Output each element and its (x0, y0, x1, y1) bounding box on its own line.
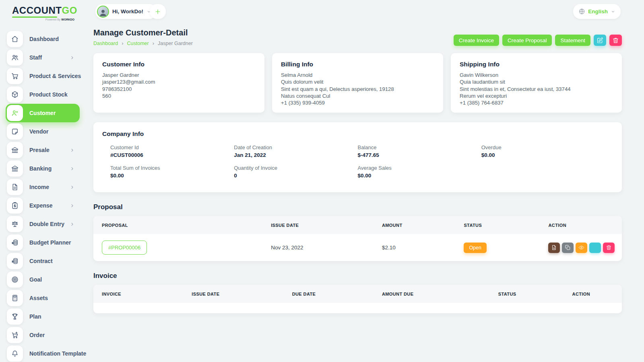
sidebar-item-budget-planner[interactable]: Budget Planner (6, 233, 80, 252)
billing-info-card: Billing Info Selma ArnoldQuis dolorum ve… (272, 53, 443, 113)
sidebar-item-banking[interactable]: Banking (6, 159, 80, 178)
column-header: AMOUNT (374, 216, 456, 234)
field-value: 0 (234, 173, 357, 179)
info-line: Sint est quam a qui, Delectus asperiores… (281, 86, 434, 93)
bank-icon (7, 142, 23, 158)
chevron-right-icon (70, 185, 75, 190)
field-label: Quantity of Invoice (234, 165, 357, 171)
invoice-section-title: Invoice (93, 272, 622, 280)
company-field: Date of CreationJan 21, 2022 (234, 144, 357, 158)
edit-proposal-button[interactable] (589, 243, 601, 253)
info-line: Gavin Wilkerson (460, 72, 613, 78)
sidebar-item-label: Plan (29, 313, 41, 320)
edit-customer-button[interactable] (594, 35, 606, 46)
company-info-card: Company Info Customer Id#CUST00006Total … (93, 122, 622, 192)
plus-icon (154, 8, 161, 15)
create-proposal-button[interactable]: Create Proposal (502, 35, 552, 46)
chevron-right-icon (70, 55, 75, 60)
create-invoice-button[interactable]: Create Invoice (454, 35, 499, 46)
breadcrumb-customer[interactable]: Customer (127, 41, 149, 46)
copy-proposal-button[interactable] (562, 243, 574, 253)
page-title: Manage Customer-Detail (93, 28, 193, 37)
info-line: Jasper Gardner (102, 72, 256, 78)
sidebar-item-goal[interactable]: Goal (6, 270, 80, 289)
field-value: $-477.65 (358, 152, 481, 158)
field-label: Balance (358, 144, 481, 150)
column-header: STATUS (490, 285, 564, 303)
company-field: Overdue$0.00 (481, 144, 605, 158)
sidebar-item-income[interactable]: Income (6, 178, 80, 196)
file-icon (551, 245, 557, 251)
company-field: Average Sales$0.00 (358, 165, 481, 179)
trophy-icon (7, 309, 23, 325)
language-selector[interactable]: English (573, 4, 621, 19)
view-proposal-button[interactable] (576, 243, 587, 253)
company-info-grid: Customer Id#CUST00006Total Sum of Invoic… (110, 144, 605, 179)
file-text-icon (7, 179, 23, 195)
card-title: Shipping Info (460, 61, 613, 68)
copy-icon (565, 245, 571, 251)
home-icon (7, 31, 23, 47)
avatar (97, 6, 109, 18)
proposal-row: #PROP00006Nov 23, 2022$2.10Open (93, 234, 622, 261)
sidebar-item-dashboard[interactable]: Dashboard (6, 30, 80, 48)
user-menu[interactable]: Hi, WorkDo! (95, 4, 157, 19)
company-field: Quantity of Invoice0 (234, 165, 357, 179)
users-icon (7, 49, 23, 66)
scales-icon (7, 216, 23, 232)
sidebar: ACCOUNTGO Powered By WORKDO Dashboard St… (0, 0, 85, 362)
column-header: ISSUE DATE (183, 285, 283, 303)
brand-logo[interactable]: ACCOUNTGO Powered By WORKDO (0, 0, 85, 21)
sidebar-item-label: Goal (29, 276, 42, 283)
company-field: Total Sum of Invoices$0.00 (110, 165, 234, 179)
field-label: Average Sales (358, 165, 481, 171)
sidebar-item-product-services[interactable]: Product & Services (6, 67, 80, 85)
eye-icon (578, 245, 584, 251)
sidebar-item-contract[interactable]: Contract (6, 252, 80, 270)
row-actions (548, 243, 622, 253)
sidebar-item-label: Assets (29, 295, 48, 301)
sidebar-item-expense[interactable]: Expense (6, 196, 80, 215)
cart-icon (7, 68, 23, 84)
invoice-table-card: INVOICEISSUE DATEDUE DATEAMOUNT DUESTATU… (93, 285, 622, 313)
field-label: Customer Id (110, 144, 234, 150)
info-line: +1 (335) 939-4059 (281, 99, 434, 106)
column-header: PROPOSAL (93, 216, 262, 234)
sidebar-item-vendor[interactable]: Vendor (6, 122, 80, 141)
sidebar-item-label: Customer (29, 110, 56, 116)
proposal-id-link[interactable]: #PROP00006 (102, 241, 147, 255)
sidebar-item-product-stock[interactable]: Product Stock (6, 85, 80, 104)
breadcrumb: Dashboard › Customer › Jasper Gardner (93, 40, 193, 46)
field-value: $0.00 (481, 152, 605, 158)
sidebar-item-plan[interactable]: Plan (6, 307, 80, 326)
proposal-table-card: PROPOSALISSUE DATEAMOUNTSTATUSACTION #PR… (93, 216, 622, 261)
statement-button[interactable]: Statement (555, 35, 590, 46)
delete-proposal-button[interactable] (603, 243, 615, 253)
proposal-table: PROPOSALISSUE DATEAMOUNTSTATUSACTION #PR… (93, 216, 622, 261)
column-header: ISSUE DATE (262, 216, 374, 234)
add-button[interactable] (150, 4, 166, 19)
invoice-table: INVOICEISSUE DATEDUE DATEAMOUNT DUESTATU… (93, 285, 622, 313)
status-badge: Open (464, 243, 487, 253)
edit-icon (597, 37, 603, 44)
info-line: Natus consequat Cul (281, 93, 434, 99)
delete-customer-button[interactable] (609, 35, 622, 46)
trash-icon (606, 245, 612, 251)
user-plus-icon (7, 105, 23, 121)
breadcrumb-dashboard[interactable]: Dashboard (93, 41, 118, 46)
shipping-info-card: Shipping Info Gavin WilkersonQuia laudan… (451, 53, 622, 113)
duplicate-proposal-button[interactable] (548, 243, 560, 253)
field-value: $0.00 (110, 173, 234, 179)
calculator-icon (7, 290, 23, 306)
sidebar-item-assets[interactable]: Assets (6, 289, 80, 307)
sidebar-item-staff[interactable]: Staff (6, 48, 80, 67)
field-label: Overdue (481, 144, 605, 150)
company-field: Balance$-477.65 (358, 144, 481, 158)
sidebar-item-customer[interactable]: Customer (6, 104, 80, 122)
sidebar-item-notification-template[interactable]: Notification Template (6, 344, 80, 362)
chevron-down-icon (611, 9, 615, 14)
sidebar-item-order[interactable]: Order (6, 326, 80, 344)
sidebar-item-double-entry[interactable]: Double Entry (6, 215, 80, 233)
sidebar-item-label: Product Stock (29, 91, 68, 98)
sidebar-item-presale[interactable]: Presale (6, 141, 80, 159)
